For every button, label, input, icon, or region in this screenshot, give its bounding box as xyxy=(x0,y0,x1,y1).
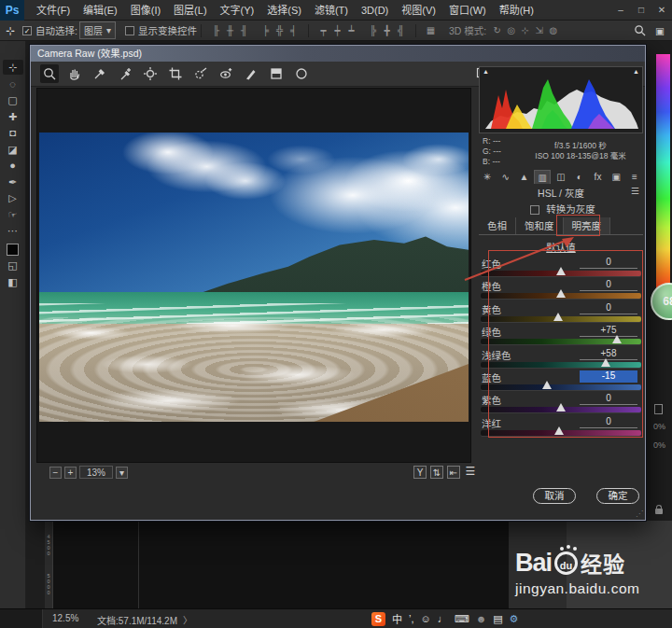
menu-3d[interactable]: 3D(D) xyxy=(355,0,395,21)
tool-eraser[interactable]: ◪ xyxy=(3,142,23,157)
convert-grayscale-checkbox[interactable] xyxy=(530,205,539,215)
slider-aqua-thumb[interactable] xyxy=(601,358,610,367)
slider-green-value[interactable]: +75 xyxy=(580,325,637,337)
camera-calibration-tab-icon[interactable]: ▣ xyxy=(608,170,624,184)
tool-path-select[interactable]: ▷ xyxy=(3,190,23,205)
basic-tab-icon[interactable]: ✳ xyxy=(479,170,496,184)
workspace-icon[interactable]: ▣ xyxy=(655,25,665,36)
convert-grayscale-label[interactable]: 转换为灰度 xyxy=(546,203,595,215)
slider-red-value[interactable]: 0 xyxy=(580,257,637,269)
emoji-icon[interactable]: ☺ xyxy=(421,613,431,624)
slider-green-track[interactable] xyxy=(481,339,641,344)
color-sampler-tool-icon[interactable] xyxy=(116,64,134,83)
presets-tab-icon[interactable]: ≡ xyxy=(626,170,643,184)
zoom-level-dropdown[interactable]: ▾ xyxy=(116,467,128,479)
slider-aqua-track[interactable] xyxy=(481,362,641,368)
assist-ball-badge[interactable]: 68 xyxy=(651,283,672,320)
auto-select-checkbox[interactable]: ✓ xyxy=(22,26,32,35)
menu-filter[interactable]: 滤镜(T) xyxy=(308,0,355,21)
menu-window[interactable]: 窗口(W) xyxy=(442,0,493,21)
tool-healing[interactable]: ✚ xyxy=(3,109,23,124)
slider-magenta-value[interactable]: 0 xyxy=(580,416,637,428)
panel-menu-icon[interactable]: ☰ xyxy=(631,186,639,196)
zoom-in-button[interactable]: + xyxy=(64,467,77,479)
tool-blur[interactable]: ● xyxy=(3,158,23,173)
crop-tool-icon[interactable] xyxy=(166,64,185,83)
graduated-filter-tool-icon[interactable] xyxy=(267,64,286,83)
dialog-titlebar[interactable]: Camera Raw (效果.psd) xyxy=(31,46,645,62)
slider-orange-track[interactable] xyxy=(481,293,641,299)
search-icon[interactable] xyxy=(634,24,646,36)
before-after-toggle[interactable]: Y xyxy=(413,466,427,479)
defaults-link[interactable]: 默认值 xyxy=(477,240,645,254)
punctuation-icon[interactable]: ’, xyxy=(409,613,414,624)
zoom-level-value[interactable]: 13% xyxy=(79,466,113,479)
slider-blue-value[interactable]: -15 xyxy=(580,370,637,383)
close-button[interactable]: ✕ xyxy=(651,0,672,21)
zoom-tool-icon[interactable] xyxy=(40,64,59,83)
menu-view[interactable]: 视图(V) xyxy=(395,0,442,21)
tool-hand[interactable]: ☞ xyxy=(3,207,23,222)
menu-edit[interactable]: 编辑(E) xyxy=(77,0,124,21)
cancel-button[interactable]: 取消 xyxy=(533,488,576,504)
tool-crop[interactable]: ▢ xyxy=(3,92,23,107)
keyboard-icon[interactable]: ⌨ xyxy=(455,613,469,625)
hsl-grayscale-tab-icon[interactable]: ▥ xyxy=(534,170,551,184)
chinese-mode-icon[interactable]: 中 xyxy=(392,611,402,626)
menu-help[interactable]: 帮助(H) xyxy=(493,0,540,21)
copy-settings-icon[interactable]: ⇤ xyxy=(447,466,460,479)
slider-purple-track[interactable] xyxy=(481,407,641,412)
tone-curve-tab-icon[interactable]: ∿ xyxy=(497,170,514,184)
radial-filter-tool-icon[interactable] xyxy=(292,64,311,83)
slider-magenta-thumb[interactable] xyxy=(554,426,564,435)
slider-blue-thumb[interactable] xyxy=(542,381,552,389)
menu-file[interactable]: 文件(F) xyxy=(30,0,77,21)
sogou-logo[interactable]: S xyxy=(371,612,385,626)
slider-blue-track[interactable] xyxy=(481,384,641,390)
split-toning-tab-icon[interactable]: ◫ xyxy=(553,170,569,184)
red-eye-tool-icon[interactable] xyxy=(217,64,235,83)
screen-mode-icon[interactable]: ◧ xyxy=(3,274,23,289)
skin-icon[interactable]: ▤ xyxy=(493,613,502,625)
menu-select[interactable]: 选择(S) xyxy=(260,0,308,21)
zoom-out-button[interactable]: − xyxy=(49,467,62,479)
tool-pen[interactable]: ✒ xyxy=(3,174,23,189)
voice-input-icon[interactable]: ♩ xyxy=(438,613,448,624)
document-zoom-value[interactable]: 12.5% xyxy=(52,613,78,623)
slider-yellow-value[interactable]: 0 xyxy=(580,302,637,314)
distribute-icons[interactable]: ┯┿┷ xyxy=(317,25,357,35)
auto-select-dropdown[interactable]: 图层 ▾ xyxy=(79,21,116,39)
adjustment-brush-tool-icon[interactable] xyxy=(242,64,260,83)
menu-image[interactable]: 图像(I) xyxy=(124,0,167,21)
spot-removal-tool-icon[interactable] xyxy=(191,64,210,83)
preview-settings-icon[interactable]: ☰ xyxy=(464,466,477,479)
user-icon[interactable]: ☻ xyxy=(476,613,487,624)
slider-red-track[interactable] xyxy=(481,271,641,276)
show-transform-checkbox[interactable] xyxy=(125,26,134,35)
maximize-button[interactable]: □ xyxy=(631,0,651,21)
slider-green-thumb[interactable] xyxy=(612,335,622,343)
align-top-icons[interactable]: ╟╫╢ xyxy=(210,25,250,35)
tab-saturation[interactable]: 饱和度 xyxy=(516,217,564,234)
tool-lasso[interactable]: ◌ xyxy=(3,77,23,91)
targeted-adjustment-tool-icon[interactable] xyxy=(141,64,160,83)
slider-orange-thumb[interactable] xyxy=(556,289,566,298)
tab-luminance[interactable]: 明亮度 xyxy=(564,217,611,234)
slider-purple-value[interactable]: 0 xyxy=(580,393,637,405)
slider-magenta-track[interactable] xyxy=(481,430,641,436)
align-left-icons[interactable]: ╞╬╡ xyxy=(259,25,300,35)
status-expand-arrow[interactable]: 〉 xyxy=(183,613,192,627)
tool-move[interactable]: ⊹ xyxy=(3,60,23,75)
slider-yellow-track[interactable] xyxy=(481,316,641,322)
hand-tool-icon[interactable] xyxy=(65,64,84,83)
tool-stamp[interactable]: ◘ xyxy=(3,125,23,140)
detail-tab-icon[interactable]: ▲ xyxy=(516,170,533,184)
slider-red-thumb[interactable] xyxy=(556,267,566,275)
menu-type[interactable]: 文字(Y) xyxy=(214,0,261,21)
distribute-extra-icon[interactable]: ▦ xyxy=(425,25,437,35)
menu-layer[interactable]: 图层(L) xyxy=(167,0,213,21)
tool-more[interactable]: ⋯ xyxy=(3,223,23,238)
resize-grip[interactable]: ⋰ xyxy=(636,509,643,518)
slider-purple-thumb[interactable] xyxy=(556,403,566,412)
lens-corrections-tab-icon[interactable]: ◐ xyxy=(571,170,588,184)
